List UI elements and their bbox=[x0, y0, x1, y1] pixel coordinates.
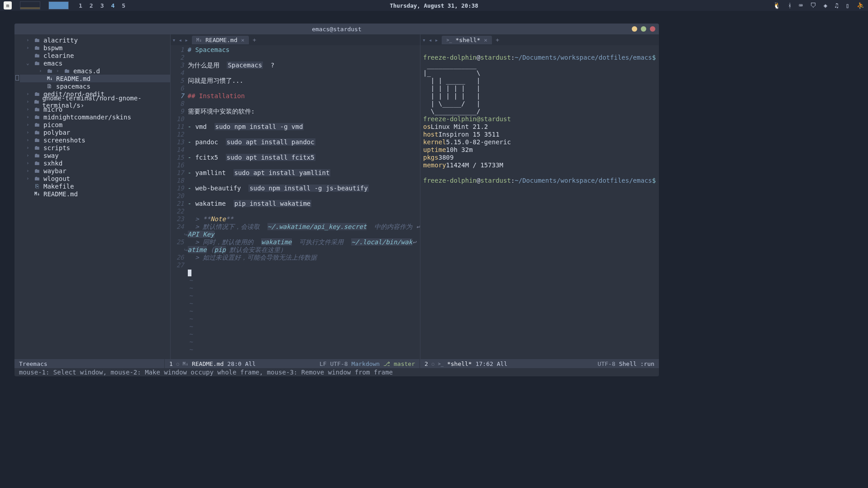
tree-label: micro bbox=[43, 106, 62, 113]
tab-menu-icon[interactable]: ▾ bbox=[422, 37, 426, 43]
tab-add-icon[interactable]: + bbox=[496, 37, 499, 43]
sidebar-marker bbox=[14, 34, 20, 359]
tree-label: waybar bbox=[43, 167, 67, 175]
tree-label: README.md bbox=[56, 75, 91, 82]
tree-item-alacritty[interactable]: ›🖿alacritty bbox=[20, 36, 170, 44]
workspace-4[interactable]: 4 bbox=[111, 2, 114, 9]
chevron-icon[interactable]: › bbox=[26, 175, 31, 181]
tree-item-screenshots[interactable]: ›🖿screenshots bbox=[20, 136, 170, 144]
tab-label: *shell* bbox=[456, 37, 481, 43]
window-titlebar[interactable]: emacs@stardust bbox=[14, 24, 659, 34]
workspace-2[interactable]: 2 bbox=[90, 2, 93, 9]
tree-item-picom[interactable]: ›🖿picom bbox=[20, 121, 170, 128]
tree-label: scripts bbox=[43, 144, 70, 152]
mint-logo-icon[interactable]: m bbox=[4, 1, 12, 9]
tab-add-icon[interactable]: + bbox=[253, 37, 256, 43]
editor-pane: ▾ ◂ ▸ M↓ README.md × + 12345678910111213… bbox=[170, 34, 420, 359]
tree-item-readme-md[interactable]: M↓README.md bbox=[20, 190, 170, 198]
chevron-icon[interactable]: › bbox=[26, 106, 31, 112]
chevron-icon[interactable]: › bbox=[26, 168, 31, 174]
terminal-icon: >_ bbox=[438, 361, 444, 366]
folder-icon: 🖿 bbox=[33, 60, 41, 66]
tree-item-sxhkd[interactable]: ›🖿sxhkd bbox=[20, 159, 170, 167]
bluetooth-icon[interactable]: ᚼ bbox=[788, 2, 792, 9]
tree-item-emacs-d[interactable]: ›🖿›🖿emacs.d bbox=[20, 67, 170, 75]
minimize-button[interactable] bbox=[632, 26, 637, 32]
workspace-5[interactable]: 5 bbox=[122, 2, 125, 9]
link-icon: ⎘ bbox=[33, 183, 41, 190]
shell-pane: ▾ ◂ ▸ >_ *shell* × + freeze-dolphin@star… bbox=[420, 34, 659, 359]
chevron-icon[interactable]: › bbox=[26, 37, 31, 43]
folder-icon: 🖿 bbox=[33, 152, 41, 159]
maximize-button[interactable] bbox=[641, 26, 646, 32]
shell-output[interactable]: freeze-dolphin@stardust:~/Documents/work… bbox=[420, 45, 659, 359]
editor-body[interactable]: 1234567891011121314151617181920212223242… bbox=[171, 45, 420, 359]
keyboard-icon[interactable]: ⌨ bbox=[799, 2, 802, 9]
file-icon: 🗎 bbox=[46, 83, 53, 90]
folder-icon: 🖿 bbox=[33, 44, 41, 51]
folder-icon: 🖿 bbox=[33, 114, 41, 120]
modeline: Treemacs 1 ◌ M↓ README.md 28:0 All LF UT… bbox=[14, 359, 659, 368]
tree-item-bspwm[interactable]: ›🖿bspwm bbox=[20, 44, 170, 52]
tree-item-readme-md[interactable]: M↓README.md bbox=[20, 75, 170, 82]
user-icon[interactable]: ⛹ bbox=[857, 2, 864, 9]
battery-icon[interactable]: ▯ bbox=[846, 2, 849, 9]
shield-icon[interactable]: ⛉ bbox=[810, 2, 816, 9]
chevron-icon[interactable]: › bbox=[26, 114, 31, 120]
folder-icon: 🖿 bbox=[33, 144, 41, 151]
circle-icon: ◌ bbox=[176, 361, 179, 366]
chevron-icon[interactable]: › bbox=[39, 68, 43, 74]
tab-prev-icon[interactable]: ◂ bbox=[429, 37, 432, 43]
chevron-icon[interactable]: › bbox=[26, 99, 30, 104]
tree-item-sway[interactable]: ›🖿sway bbox=[20, 152, 170, 159]
chevron-icon[interactable]: › bbox=[26, 145, 31, 151]
tree-item-makefile[interactable]: ⎘Makefile bbox=[20, 182, 170, 190]
chevron-icon[interactable]: › bbox=[26, 45, 31, 51]
tree-item-clearine[interactable]: 🖿clearine bbox=[20, 52, 170, 59]
tree-item-wlogout[interactable]: ›🖿wlogout bbox=[20, 175, 170, 182]
chevron-icon[interactable]: › bbox=[26, 152, 31, 158]
wifi-icon[interactable]: ◈ bbox=[824, 2, 827, 9]
tree-item-emacs[interactable]: ⌄🖿emacs bbox=[20, 59, 170, 67]
tab-shell[interactable]: >_ *shell* × bbox=[442, 36, 492, 44]
tab-next-icon[interactable]: ▸ bbox=[435, 37, 439, 43]
folder-icon: 🖿 bbox=[33, 137, 41, 143]
tab-prev-icon[interactable]: ◂ bbox=[178, 37, 182, 43]
workspace-3[interactable]: 3 bbox=[100, 2, 104, 9]
tree-label: polybar bbox=[43, 129, 70, 136]
top-panel: m 1 2 3 4 5 Thursday, August 31, 20:38 🐧… bbox=[0, 0, 868, 11]
tab-menu-icon[interactable]: ▾ bbox=[172, 37, 176, 43]
chevron-icon[interactable]: ⌄ bbox=[26, 60, 31, 66]
tree-item-midnightcommander-skins[interactable]: ›🖿midnightcommander/skins bbox=[20, 113, 170, 121]
tree-label: sway bbox=[43, 152, 59, 159]
tree-item-waybar[interactable]: ›🖿waybar bbox=[20, 167, 170, 175]
music-icon[interactable]: ♫ bbox=[835, 2, 838, 9]
tree-item-polybar[interactable]: ›🖿polybar bbox=[20, 128, 170, 136]
chevron-icon[interactable]: › bbox=[26, 91, 31, 97]
md-icon: M↓ bbox=[46, 76, 53, 81]
chevron-icon[interactable]: › bbox=[26, 122, 31, 128]
tree-label: picom bbox=[43, 121, 62, 128]
tree-item-scripts[interactable]: ›🖿scripts bbox=[20, 144, 170, 152]
cpu-graph-icon bbox=[20, 1, 40, 9]
close-button[interactable] bbox=[650, 26, 655, 32]
chevron-icon[interactable]: › bbox=[26, 137, 31, 143]
chevron-icon[interactable]: › bbox=[26, 160, 31, 166]
modeline-editor: 1 ◌ M↓ README.md 28:0 All LF UTF-8 Markd… bbox=[165, 359, 420, 368]
tree-label: emacs.d bbox=[73, 67, 100, 75]
tab-close-icon[interactable]: × bbox=[484, 37, 487, 43]
tree-item-spacemacs[interactable]: 🗎spacemacs bbox=[20, 82, 170, 90]
chevron-icon[interactable]: › bbox=[26, 129, 31, 135]
tree-label: clearine bbox=[43, 52, 74, 59]
workspace-1[interactable]: 1 bbox=[79, 2, 82, 9]
tree-item-gnome-terminal-nord-gnome-terminal-s-[interactable]: ›🖿gnome-terminal/nord-gnome-terminal/s› bbox=[20, 98, 170, 105]
penguin-icon[interactable]: 🐧 bbox=[773, 2, 781, 9]
circle-icon: ◌ bbox=[432, 361, 434, 366]
tab-close-icon[interactable]: × bbox=[241, 37, 245, 43]
folder-icon: 🖿 bbox=[33, 37, 41, 43]
shell-tabbar: ▾ ◂ ▸ >_ *shell* × + bbox=[420, 34, 659, 45]
system-tray: 🐧 ᚼ ⌨ ⛉ ◈ ♫ ▯ ⛹ bbox=[773, 2, 864, 9]
tab-readme[interactable]: M↓ README.md × bbox=[192, 36, 249, 44]
folder-icon: 🖿 bbox=[46, 67, 53, 74]
tab-next-icon[interactable]: ▸ bbox=[185, 37, 188, 43]
